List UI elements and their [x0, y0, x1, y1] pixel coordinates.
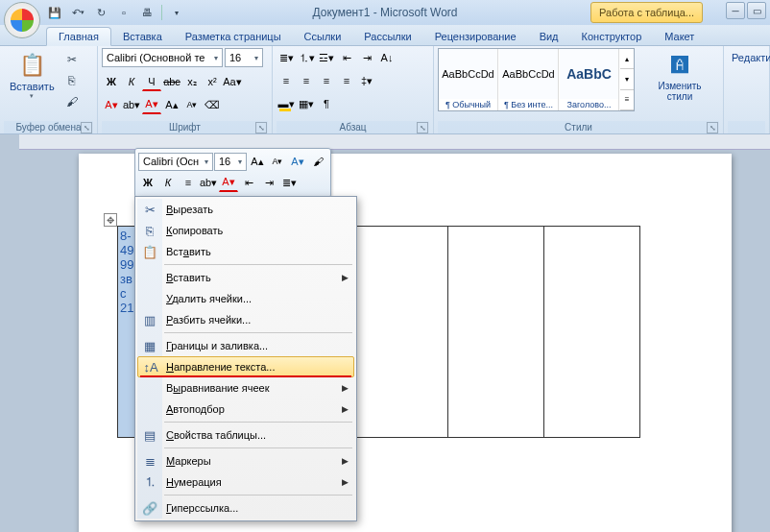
contextual-tab-label[interactable]: Работа с таблица... [590, 2, 703, 23]
styles-gallery[interactable]: AaBbCcDd ¶ Обычный AaBbCcDd ¶ Без инте..… [438, 48, 635, 111]
ctx-autofit[interactable]: Автоподбор▶ [137, 399, 354, 420]
style-normal[interactable]: AaBbCcDd ¶ Обычный [439, 49, 498, 110]
qat-customize-icon[interactable]: ▾ [168, 4, 185, 21]
font-color-button[interactable]: A▾ [142, 95, 161, 114]
superscript-button[interactable]: x² [203, 72, 222, 91]
format-painter-icon[interactable]: 🖌 [62, 92, 82, 111]
document-area[interactable]: ✥ 8- 49 99 зв с 21 Calibri (Осн▾ [0, 134, 770, 532]
grow-font-button[interactable]: A▴ [162, 95, 181, 114]
ribbon: 📋 Вставить ▾ ✂ ⎘ 🖌 Буфер обмена⤡ Calibri… [0, 46, 770, 134]
style-heading1[interactable]: AaBbC Заголово... [560, 49, 619, 110]
subscript-button[interactable]: x₂ [182, 72, 202, 91]
mini-highlight[interactable]: ab▾ [199, 173, 218, 192]
styles-scroll[interactable]: ▴▾≡ [620, 49, 634, 110]
tab-table-design[interactable]: Конструктор [570, 28, 654, 45]
bold-button[interactable]: Ж [102, 72, 121, 91]
decrease-indent-button[interactable]: ⇤ [337, 48, 356, 67]
tab-review[interactable]: Рецензирование [423, 28, 528, 45]
ctx-insert[interactable]: Вставить▶ [137, 267, 354, 288]
mini-grow-font[interactable]: A▴ [248, 152, 267, 171]
tab-mailings[interactable]: Рассылки [352, 28, 422, 45]
align-center-button[interactable]: ≡ [297, 71, 316, 90]
paragraph-launcher[interactable]: ⤡ [417, 122, 428, 133]
styles-launcher[interactable]: ⤡ [707, 122, 718, 133]
maximize-button[interactable]: ▭ [747, 2, 766, 19]
print-icon[interactable]: 🖶 [138, 4, 156, 21]
shrink-font-button[interactable]: A▾ [182, 95, 202, 114]
mini-font-family[interactable]: Calibri (Осн▾ [138, 153, 213, 171]
ctx-cut[interactable]: ✂Вырезать [137, 199, 354, 220]
clipboard-launcher[interactable]: ⤡ [81, 122, 92, 133]
group-clipboard-title: Буфер обмена [16, 122, 82, 133]
ctx-numbering[interactable]: ⒈Нумерация▶ [137, 472, 354, 493]
ctx-hyperlink[interactable]: 🔗Гиперссылка... [137, 497, 354, 519]
mini-bold[interactable]: Ж [138, 173, 157, 192]
tab-references[interactable]: Ссылки [293, 28, 353, 45]
borders-button[interactable]: ▦▾ [297, 94, 316, 113]
save-icon[interactable]: 💾 [46, 4, 63, 21]
align-right-button[interactable]: ≡ [317, 71, 336, 90]
mini-font-color[interactable]: A▾ [219, 173, 238, 192]
justify-button[interactable]: ≡ [337, 71, 356, 90]
minimize-button[interactable]: ─ [726, 2, 745, 19]
ctx-copy[interactable]: ⎘Копировать [137, 220, 354, 241]
font-family-combo[interactable]: Calibri (Основной те▾ [102, 48, 223, 67]
highlight-button[interactable]: ab▾ [122, 95, 141, 114]
underline-button[interactable]: Ч [142, 72, 161, 91]
office-button[interactable] [4, 2, 40, 38]
ctx-borders[interactable]: ▦Границы и заливка... [137, 335, 354, 356]
multilevel-button[interactable]: ☲▾ [317, 48, 336, 67]
ctx-bullets[interactable]: ≣Маркеры▶ [137, 450, 354, 472]
ctx-split-cells[interactable]: ▥Разбить ячейки... [137, 309, 354, 330]
paste-button[interactable]: 📋 Вставить ▾ [4, 48, 60, 102]
bullets-button[interactable]: ≣▾ [277, 48, 296, 67]
increase-indent-button[interactable]: ⇥ [357, 48, 376, 67]
table-cell[interactable] [448, 227, 544, 438]
paste-label: Вставить [10, 81, 55, 92]
font-size-combo[interactable]: 16▾ [225, 48, 263, 67]
shading-button[interactable]: ▬▾ [277, 94, 296, 113]
table-move-handle[interactable]: ✥ [104, 213, 117, 227]
clear-format-button[interactable]: ⌫ [203, 95, 222, 114]
table-cell[interactable] [544, 227, 640, 438]
tab-view[interactable]: Вид [528, 28, 570, 45]
mini-bullets[interactable]: ≣▾ [279, 173, 299, 192]
italic-button[interactable]: К [122, 72, 141, 91]
ctx-table-properties[interactable]: ▤Свойства таблицы... [137, 424, 354, 446]
style-no-spacing[interactable]: AaBbCcDd ¶ Без инте... [499, 49, 559, 110]
tab-home[interactable]: Главная [46, 27, 111, 46]
mini-center[interactable]: ≡ [179, 173, 198, 192]
ctx-cell-alignment[interactable]: Выравнивание ячеек▶ [137, 377, 354, 399]
copy-icon[interactable]: ⎘ [62, 71, 82, 90]
line-spacing-button[interactable]: ‡▾ [357, 71, 376, 90]
undo-icon[interactable]: ↶▾ [69, 4, 86, 21]
redo-icon[interactable]: ↻ [92, 4, 109, 21]
change-styles-button[interactable]: 🅰 Изменить стили [640, 48, 719, 104]
tab-table-layout[interactable]: Макет [653, 28, 706, 45]
strike-button[interactable]: abc [162, 72, 181, 91]
ctx-text-direction[interactable]: ↕AНаправление текста... [137, 356, 354, 377]
mini-font-size[interactable]: 16▾ [214, 153, 247, 171]
mini-style-button[interactable]: A▾ [288, 152, 307, 171]
mini-shrink-font[interactable]: A▾ [268, 152, 287, 171]
editing-label[interactable]: Редакти [728, 48, 770, 67]
mini-format-painter-icon[interactable]: 🖌 [308, 152, 327, 171]
show-marks-button[interactable]: ¶ [317, 94, 336, 113]
change-case-button[interactable]: Aa▾ [223, 72, 242, 91]
tab-page-layout[interactable]: Разметка страницы [174, 28, 293, 45]
mini-italic[interactable]: К [158, 173, 178, 192]
ruler[interactable] [19, 134, 770, 150]
numbering-button[interactable]: ⒈▾ [297, 48, 316, 67]
font-launcher[interactable]: ⤡ [255, 122, 267, 133]
table-cell[interactable] [352, 227, 448, 438]
text-effects-button[interactable]: A▾ [102, 95, 121, 114]
mini-increase-indent[interactable]: ⇥ [259, 173, 278, 192]
tab-insert[interactable]: Вставка [111, 28, 174, 45]
ctx-paste[interactable]: 📋Вставить [137, 241, 354, 262]
sort-button[interactable]: A↓ [377, 48, 397, 67]
mini-decrease-indent[interactable]: ⇤ [239, 173, 258, 192]
align-left-button[interactable]: ≡ [277, 71, 296, 90]
new-icon[interactable]: ▫ [115, 4, 132, 21]
ctx-delete-cells[interactable]: Удалить ячейки... [137, 288, 354, 309]
cut-icon[interactable]: ✂ [62, 50, 82, 69]
